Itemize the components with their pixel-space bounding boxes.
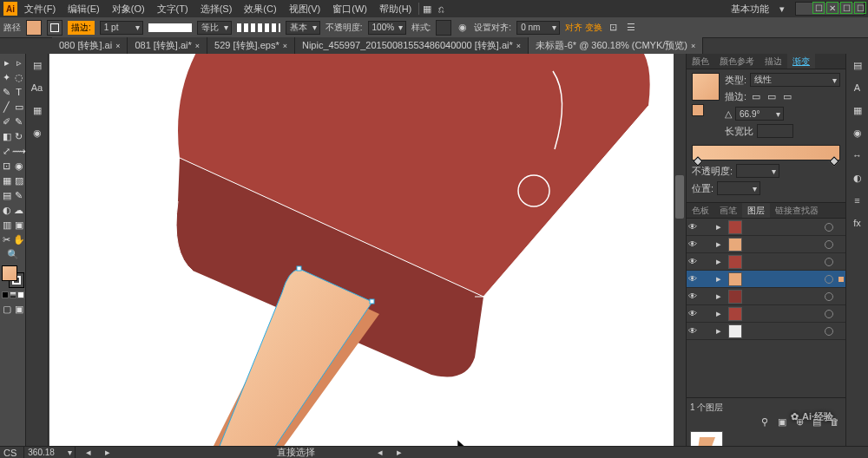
sys-icon-4[interactable]: ☐: [854, 2, 866, 14]
new-layer-icon[interactable]: ▤: [811, 415, 823, 428]
stroke-grad-2[interactable]: ▭: [766, 91, 778, 103]
make-clip-icon[interactable]: ▣: [776, 415, 788, 428]
artboard-tool[interactable]: ▣: [13, 218, 24, 232]
stroke-grad-3[interactable]: ▭: [781, 91, 793, 103]
screen-mode-2[interactable]: ▣: [13, 302, 24, 316]
dock-pathfinder-icon[interactable]: ◉: [850, 125, 865, 141]
lasso-tool[interactable]: ◌: [13, 70, 24, 84]
stroke-weight[interactable]: 1 pt: [100, 21, 143, 35]
dock-transform-icon[interactable]: ↔: [850, 147, 865, 163]
fill-swatch[interactable]: [26, 20, 42, 36]
pen-tool[interactable]: ✎: [1, 85, 12, 99]
rect-tool[interactable]: ▭: [13, 100, 24, 114]
menu-select[interactable]: 选择(S): [195, 1, 238, 17]
chevron-down-icon[interactable]: ▾: [776, 3, 788, 15]
dock-appearance-icon[interactable]: ◐: [850, 170, 865, 186]
menu-type[interactable]: 文字(T): [152, 1, 194, 17]
dock-icon-1[interactable]: ▤: [30, 57, 45, 73]
align-field[interactable]: 0 nm: [516, 21, 560, 35]
visibility-icon[interactable]: 👁: [688, 309, 699, 318]
tab-0[interactable]: 080 [转换].ai×: [52, 37, 128, 54]
tab-1[interactable]: 081 [转换].ai*×: [128, 37, 207, 54]
tab-swatches[interactable]: 色板: [687, 203, 714, 218]
brush-tool[interactable]: ✐: [1, 114, 12, 128]
tab-links[interactable]: 链接查找器: [770, 203, 824, 218]
tab-color[interactable]: 颜色: [687, 54, 714, 69]
align-icon[interactable]: ☰: [625, 22, 637, 34]
hscroll-right[interactable]: ▸: [393, 447, 405, 459]
new-sublayer-icon[interactable]: ⊕: [793, 415, 806, 428]
gradient-type[interactable]: 线性: [750, 73, 840, 87]
none-mode[interactable]: [17, 291, 24, 298]
layout-icon[interactable]: ▦: [421, 3, 433, 15]
eyedropper-tool[interactable]: ✎: [13, 188, 24, 202]
stroke-profile[interactable]: [148, 23, 192, 32]
shape-builder-tool[interactable]: ◉: [13, 159, 24, 173]
nav-next-icon[interactable]: ▸: [102, 447, 114, 459]
color-mode[interactable]: [2, 291, 9, 298]
slice-tool[interactable]: ✂: [1, 232, 12, 246]
close-icon[interactable]: ×: [283, 42, 287, 50]
menu-view[interactable]: 视图(V): [284, 1, 326, 17]
basic-dropdown[interactable]: 基本: [286, 21, 320, 35]
stroke-link[interactable]: 描边:: [68, 21, 95, 35]
bridge-icon[interactable]: ⎌: [435, 3, 447, 15]
close-icon[interactable]: ×: [691, 42, 695, 50]
visibility-icon[interactable]: 👁: [688, 291, 699, 301]
close-icon[interactable]: ×: [195, 42, 200, 50]
gradient-stop-swatch[interactable]: [692, 104, 704, 116]
layer-row[interactable]: 👁▸: [687, 271, 845, 288]
tab-2[interactable]: 529 [转换].eps*×: [207, 37, 295, 54]
layer-row[interactable]: 👁▸: [687, 288, 845, 305]
menu-effect[interactable]: 效果(C): [239, 1, 281, 17]
dock-libraries-icon[interactable]: ▤: [850, 57, 865, 73]
opacity-field[interactable]: 100%: [368, 21, 406, 35]
tab-4[interactable]: 未标题-6* @ 360.18% (CMYK/预览)×: [529, 37, 703, 54]
stroke-grad-1[interactable]: ▭: [750, 91, 762, 103]
target-circle[interactable]: [825, 275, 833, 284]
dock-icon-2[interactable]: Aa: [30, 80, 45, 95]
target-circle[interactable]: [825, 258, 833, 266]
canvas[interactable]: [49, 54, 686, 446]
selection-tool[interactable]: ▸: [1, 56, 12, 69]
visibility-icon[interactable]: 👁: [688, 257, 699, 266]
tab-3[interactable]: Nipic_455997_20150081553486040000 [转换].a…: [295, 37, 529, 54]
layer-row[interactable]: 👁▸: [687, 323, 845, 340]
gradient-preview[interactable]: [692, 73, 720, 101]
eraser-tool[interactable]: ◧: [1, 129, 12, 143]
target-circle[interactable]: [825, 292, 833, 301]
gradient-tool[interactable]: ▤: [1, 188, 12, 202]
fill-stroke-control[interactable]: [2, 265, 24, 288]
layer-row[interactable]: 👁▸: [687, 305, 845, 323]
layer-row[interactable]: 👁▸: [687, 219, 845, 236]
workspace-label[interactable]: 基本功能: [731, 3, 769, 16]
gradient-mode[interactable]: [10, 291, 16, 298]
free-transform-tool[interactable]: ⊡: [1, 159, 12, 173]
trash-icon[interactable]: 🗑: [828, 415, 840, 428]
dock-graphic-icon[interactable]: ≡: [850, 193, 865, 208]
close-icon[interactable]: ×: [115, 42, 120, 50]
zoom-field[interactable]: 360.18: [23, 446, 76, 459]
stroke-swatch[interactable]: [47, 20, 62, 36]
stop-position[interactable]: [717, 181, 760, 195]
visibility-icon[interactable]: 👁: [688, 326, 699, 336]
tab-layers[interactable]: 图层: [742, 203, 770, 218]
vertical-scrollbar[interactable]: [674, 54, 686, 446]
locate-icon[interactable]: ⚲: [759, 415, 771, 428]
rotate-tool[interactable]: ↻: [13, 129, 24, 143]
tab-gradient[interactable]: 渐变: [787, 54, 815, 69]
dock-fx-icon[interactable]: fx: [850, 215, 865, 231]
zoom-tool[interactable]: 🔍: [7, 247, 18, 261]
nav-prev-icon[interactable]: ◂: [82, 447, 95, 459]
layer-row[interactable]: 👁▸: [687, 236, 845, 253]
dock-icon-4[interactable]: ◉: [30, 125, 45, 141]
isolate-icon[interactable]: ⊡: [608, 22, 620, 34]
menu-window[interactable]: 窗口(W): [327, 1, 372, 17]
transform-link[interactable]: 对齐 变换: [565, 22, 602, 34]
tab-brushes[interactable]: 画笔: [714, 203, 742, 218]
width-tool[interactable]: ⟿: [13, 144, 24, 158]
blend-tool[interactable]: ◐: [1, 203, 12, 217]
sys-icon-2[interactable]: ✕: [826, 2, 838, 14]
recolor-icon[interactable]: ◉: [457, 22, 469, 34]
menu-object[interactable]: 对象(O): [107, 1, 150, 17]
